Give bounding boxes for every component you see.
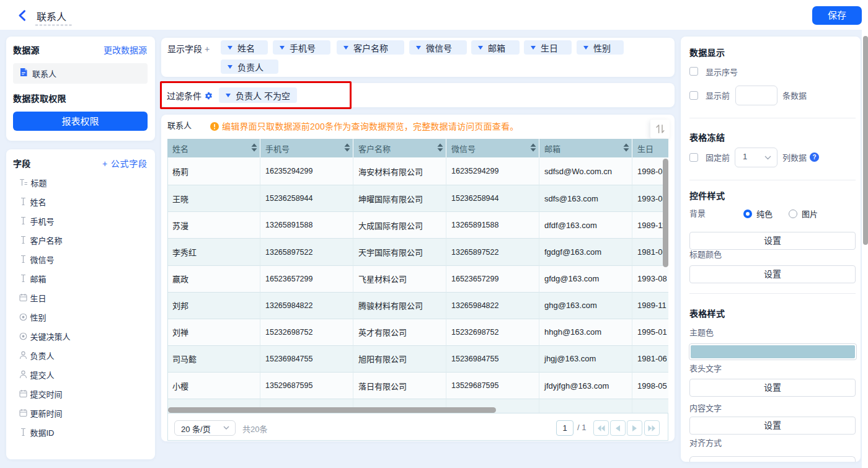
- svg-text:?: ?: [812, 154, 816, 161]
